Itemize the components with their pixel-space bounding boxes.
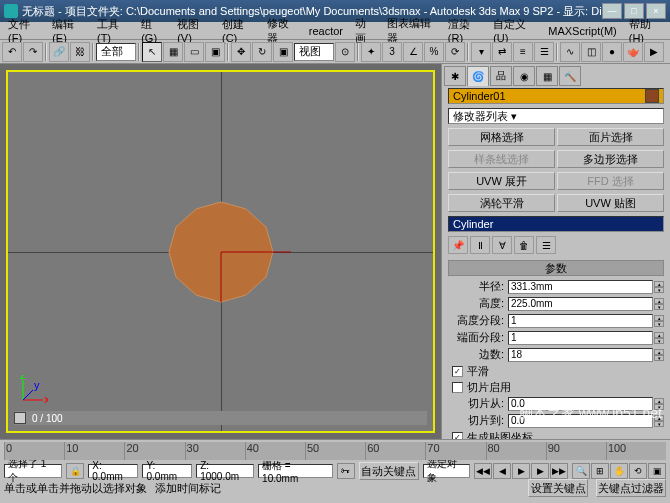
material-button[interactable]: ● bbox=[602, 42, 622, 62]
select-name-button[interactable]: ▦ bbox=[163, 42, 183, 62]
orbit-button[interactable]: ⟲ bbox=[629, 463, 647, 479]
move-button[interactable]: ✥ bbox=[231, 42, 251, 62]
zoom-button[interactable]: 🔍 bbox=[572, 463, 590, 479]
zoom-all-button[interactable]: ⊞ bbox=[591, 463, 609, 479]
render-scene-button[interactable]: 🫖 bbox=[623, 42, 643, 62]
tab-display[interactable]: ▦ bbox=[536, 66, 558, 86]
pin-stack-button[interactable]: 📌 bbox=[448, 236, 468, 254]
menu-tools[interactable]: 工具(T) bbox=[91, 16, 135, 45]
coord-y[interactable]: Y: 0.0mm bbox=[142, 464, 192, 478]
window-crossing-button[interactable]: ▣ bbox=[205, 42, 225, 62]
tab-utilities[interactable]: 🔨 bbox=[559, 66, 581, 86]
play-button[interactable]: ▶ bbox=[512, 463, 530, 479]
spin-down[interactable]: ▾ bbox=[654, 355, 664, 361]
unlink-button[interactable]: ⛓ bbox=[70, 42, 90, 62]
layer-button[interactable]: ☰ bbox=[534, 42, 554, 62]
prev-frame-button[interactable]: ◀ bbox=[493, 463, 511, 479]
separator bbox=[357, 43, 359, 61]
max-viewport-button[interactable]: ▣ bbox=[648, 463, 666, 479]
btn-patch-select[interactable]: 面片选择 bbox=[557, 128, 664, 146]
time-slider[interactable]: 0 / 100 bbox=[14, 411, 427, 425]
object-name-field[interactable]: Cylinder01 bbox=[448, 88, 664, 104]
coord-z[interactable]: Z: 1000.0m bbox=[196, 464, 254, 478]
center-button[interactable]: ⊙ bbox=[335, 42, 355, 62]
chk-smooth[interactable]: ✓ bbox=[452, 366, 463, 377]
undo-button[interactable]: ↶ bbox=[2, 42, 22, 62]
curve-editor-button[interactable]: ∿ bbox=[560, 42, 580, 62]
mirror-button[interactable]: ⇄ bbox=[492, 42, 512, 62]
stack-item-cylinder[interactable]: Cylinder bbox=[449, 217, 663, 231]
select-region-button[interactable]: ▭ bbox=[184, 42, 204, 62]
btn-uvw-unwrap[interactable]: UVW 展开 bbox=[448, 172, 555, 190]
modifier-stack[interactable]: Cylinder bbox=[448, 216, 664, 232]
btn-turbosmooth[interactable]: 涡轮平滑 bbox=[448, 194, 555, 212]
tab-motion[interactable]: ◉ bbox=[513, 66, 535, 86]
coord-x[interactable]: X: 0.0mm bbox=[88, 464, 138, 478]
align-button[interactable]: ≡ bbox=[513, 42, 533, 62]
menu-reactor[interactable]: reactor bbox=[303, 24, 349, 38]
tab-hierarchy[interactable]: 品 bbox=[490, 66, 512, 86]
spinner-height[interactable]: 225.0mm bbox=[508, 297, 653, 311]
spinner-radius[interactable]: 331.3mm bbox=[508, 280, 653, 294]
goto-start-button[interactable]: ◀◀ bbox=[474, 463, 492, 479]
percent-snap-button[interactable]: % bbox=[424, 42, 444, 62]
tick: 40 bbox=[245, 442, 305, 460]
lbl-sides: 边数: bbox=[448, 347, 508, 362]
timeline-ruler[interactable]: 0 10 20 30 40 50 60 70 80 90 100 bbox=[4, 442, 666, 460]
lock-selection-button[interactable]: 🔒 bbox=[66, 463, 84, 479]
next-frame-button[interactable]: ▶ bbox=[531, 463, 549, 479]
snap-button[interactable]: 3 bbox=[382, 42, 402, 62]
autokey-button[interactable]: 自动关键点 bbox=[359, 462, 419, 480]
spinner-sides[interactable]: 18 bbox=[508, 348, 653, 362]
transform-gizmo[interactable] bbox=[216, 247, 296, 327]
keyfilter-button[interactable]: 关键点过滤器 bbox=[596, 479, 666, 497]
modifier-list-dropdown[interactable]: 修改器列表 ▾ bbox=[448, 108, 664, 124]
spin-down[interactable]: ▾ bbox=[654, 338, 664, 344]
show-end-button[interactable]: Ⅱ bbox=[470, 236, 490, 254]
named-sel-button[interactable]: ▾ bbox=[471, 42, 491, 62]
btn-mesh-select[interactable]: 网格选择 bbox=[448, 128, 555, 146]
btn-spline-select[interactable]: 样条线选择 bbox=[448, 150, 555, 168]
setkey-button[interactable]: 设置关键点 bbox=[528, 479, 588, 497]
make-unique-button[interactable]: ∀ bbox=[492, 236, 512, 254]
tab-modify[interactable]: 🌀 bbox=[467, 66, 489, 86]
spinner-hseg[interactable]: 1 bbox=[508, 314, 653, 328]
spin-down[interactable]: ▾ bbox=[654, 321, 664, 327]
spin-down[interactable]: ▾ bbox=[654, 304, 664, 310]
redo-button[interactable]: ↷ bbox=[23, 42, 43, 62]
goto-end-button[interactable]: ▶▶ bbox=[550, 463, 568, 479]
spinner-cseg[interactable]: 1 bbox=[508, 331, 653, 345]
key-target[interactable]: 选定对象 bbox=[423, 464, 470, 478]
time-slider-thumb[interactable] bbox=[14, 412, 26, 424]
pan-button[interactable]: ✋ bbox=[610, 463, 628, 479]
selection-status: 选择了 1 个 bbox=[4, 464, 62, 478]
selection-filter[interactable]: 全部 bbox=[96, 43, 136, 61]
minimize-button[interactable]: — bbox=[602, 3, 622, 19]
quick-render-button[interactable]: ▶ bbox=[644, 42, 664, 62]
scale-button[interactable]: ▣ bbox=[273, 42, 293, 62]
rollup-parameters[interactable]: 参数 bbox=[448, 260, 664, 276]
time-tag-prompt[interactable]: 添加时间标记 bbox=[155, 481, 221, 496]
btn-ffd-select[interactable]: FFD 选择 bbox=[557, 172, 664, 190]
schematic-button[interactable]: ◫ bbox=[581, 42, 601, 62]
btn-poly-select[interactable]: 多边形选择 bbox=[557, 150, 664, 168]
menu-maxscript[interactable]: MAXScript(M) bbox=[542, 24, 622, 38]
btn-uvw-map[interactable]: UVW 贴图 bbox=[557, 194, 664, 212]
svg-line-7 bbox=[23, 390, 33, 400]
viewport-top[interactable]: x z y 0 / 100 bbox=[6, 70, 435, 433]
ref-coord-system[interactable]: 视图 bbox=[294, 43, 334, 61]
chk-slice[interactable] bbox=[452, 382, 463, 393]
spinner-snap-button[interactable]: ⟳ bbox=[445, 42, 465, 62]
manipulate-button[interactable]: ✦ bbox=[361, 42, 381, 62]
rotate-button[interactable]: ↻ bbox=[252, 42, 272, 62]
app-name: - Autodesk 3ds Max 9 SP2 bbox=[424, 5, 554, 17]
remove-mod-button[interactable]: 🗑 bbox=[514, 236, 534, 254]
tab-create[interactable]: ✱ bbox=[444, 66, 466, 86]
angle-snap-button[interactable]: ∠ bbox=[403, 42, 423, 62]
object-color-swatch[interactable] bbox=[645, 89, 659, 103]
select-button[interactable]: ↖ bbox=[142, 42, 162, 62]
key-mode-button[interactable]: 🗝 bbox=[337, 463, 355, 479]
link-button[interactable]: 🔗 bbox=[49, 42, 69, 62]
configure-sets-button[interactable]: ☰ bbox=[536, 236, 556, 254]
spin-down[interactable]: ▾ bbox=[654, 287, 664, 293]
